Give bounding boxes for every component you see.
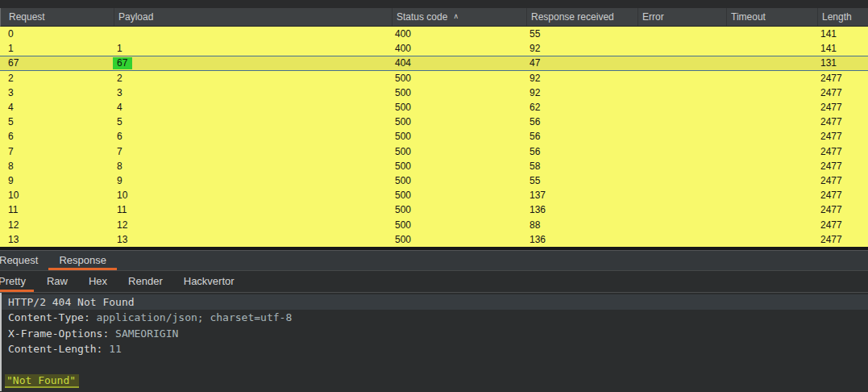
table-row[interactable]: 22500922477 [0, 71, 868, 85]
view-tab-hackvertor[interactable]: Hackvertor [176, 271, 243, 292]
cell-value: 2477 [820, 146, 842, 157]
cell-value: 92 [530, 87, 540, 98]
table-row[interactable]: 99500552477 [0, 173, 868, 188]
column-header-length[interactable]: Length [817, 8, 868, 26]
cell-status_code: 500 [391, 115, 525, 129]
cell-value: 9 [117, 175, 123, 186]
cell-response_received: 92 [525, 85, 637, 100]
column-header-label: Request [9, 11, 45, 23]
cell-response_received: 136 [525, 232, 637, 247]
column-header-request[interactable]: Request [1, 8, 114, 26]
tab-response[interactable]: Response [48, 251, 117, 270]
table-row[interactable]: 676740447131 [0, 56, 868, 70]
table-row[interactable]: 1212500882477 [0, 217, 868, 231]
cell-value: 141 [820, 28, 837, 40]
cell-payload: 67 [113, 56, 391, 69]
cell-error [637, 232, 725, 247]
table-row[interactable]: 040055141 [0, 27, 868, 41]
response-editor[interactable]: HTTP/2 404 Not FoundContent-Type: applic… [0, 293, 868, 391]
table-row[interactable]: 55500562477 [0, 115, 868, 129]
table-row[interactable]: 44500622477 [0, 100, 868, 115]
cell-payload: 9 [113, 173, 391, 188]
column-header-response_received[interactable]: Response received [526, 8, 638, 26]
cell-value: 12 [117, 219, 127, 231]
header-name: Content-Length: [8, 343, 102, 355]
cell-value: 55 [530, 28, 540, 40]
cell-value: 8 [8, 161, 14, 172]
cell-error [637, 100, 725, 115]
cell-error [637, 159, 725, 173]
table-row[interactable]: 33500922477 [0, 85, 868, 100]
header-name: X-Frame-Options: [8, 327, 109, 340]
cell-length: 131 [816, 56, 868, 69]
cell-request: 3 [0, 85, 113, 100]
header-name: Content-Type: [8, 311, 90, 323]
cell-response_received: 62 [525, 100, 637, 115]
cell-length: 2477 [816, 71, 868, 85]
cell-value: 2477 [820, 190, 842, 201]
column-header-status_code[interactable]: Status code∧ [392, 8, 526, 26]
view-tab-render[interactable]: Render [120, 271, 171, 292]
cell-timeout [725, 232, 816, 247]
cell-value: 47 [530, 57, 540, 69]
cell-timeout [725, 173, 816, 188]
table-row[interactable]: 77500562477 [0, 144, 868, 159]
cell-request: 2 [0, 71, 113, 85]
cell-value: 62 [530, 102, 540, 113]
cell-value: 12 [8, 219, 19, 231]
window-top-strip [0, 0, 868, 8]
view-tab-hex[interactable]: Hex [81, 271, 115, 292]
column-header-error[interactable]: Error [638, 8, 726, 26]
column-header-payload[interactable]: Payload [114, 8, 392, 26]
table-row[interactable]: 88500582477 [0, 159, 868, 173]
table-row[interactable]: 11115001362477 [0, 202, 868, 217]
cell-value: 13 [8, 234, 19, 245]
cell-error [637, 188, 725, 202]
cell-payload: 10 [113, 188, 391, 202]
cell-length: 2477 [816, 232, 868, 247]
cell-value: 2477 [820, 116, 842, 127]
cell-error [637, 115, 725, 129]
payload-match-highlight: 67 [113, 57, 132, 69]
cell-value: 141 [820, 43, 837, 54]
cell-value: 500 [395, 175, 411, 186]
cell-response_received: 136 [525, 202, 637, 217]
code-line: "Not Found" [0, 373, 868, 388]
cell-error [637, 56, 725, 69]
cell-value: 500 [395, 131, 411, 142]
cell-request: 1 [0, 41, 113, 56]
view-tab-bar: PrettyRawHexRenderHackvertor [0, 271, 868, 293]
message-tab-bar: RequestResponse [0, 251, 868, 271]
table-row[interactable]: 66500562477 [0, 129, 868, 144]
cell-value: 0 [8, 28, 14, 40]
cell-error [637, 129, 725, 144]
view-tab-raw[interactable]: Raw [39, 271, 76, 292]
table-row[interactable]: 1140092141 [0, 41, 868, 56]
column-header-timeout[interactable]: Timeout [726, 8, 817, 26]
cell-length: 2477 [816, 144, 868, 159]
cell-payload [113, 27, 391, 41]
cell-value: 500 [395, 234, 411, 245]
cell-value: 5 [8, 116, 14, 127]
cell-status_code: 500 [391, 188, 525, 202]
cell-error [637, 144, 725, 159]
cell-value: 92 [530, 43, 540, 54]
tab-request[interactable]: Request [0, 251, 48, 270]
code-line: HTTP/2 404 Not Found [0, 294, 868, 310]
cell-error [637, 27, 725, 41]
cell-timeout [725, 217, 816, 231]
cell-length: 2477 [816, 202, 868, 217]
view-tab-pretty[interactable]: Pretty [0, 271, 34, 292]
cell-status_code: 500 [391, 217, 525, 231]
table-row[interactable]: 10105001372477 [0, 188, 868, 202]
cell-error [637, 41, 725, 56]
cell-value: 56 [530, 131, 540, 142]
cell-value: 2477 [820, 175, 842, 186]
cell-request: 5 [0, 115, 113, 129]
cell-request: 6 [0, 129, 113, 144]
cell-value: 4 [117, 102, 123, 113]
table-row[interactable]: 13135001362477 [0, 232, 868, 247]
cell-value: 3 [117, 87, 123, 98]
cell-value: 13 [117, 234, 127, 245]
cell-length: 2477 [816, 173, 868, 188]
